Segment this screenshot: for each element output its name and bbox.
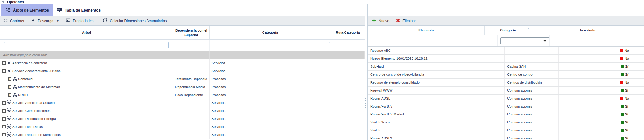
collapse-node-toggle[interactable]: − — [2, 69, 6, 73]
inserted-yes-square-icon — [621, 89, 624, 92]
expand-node-toggle[interactable]: + — [8, 77, 12, 81]
element-row[interactable]: SubHard Cabina SAN Sí — [368, 63, 644, 71]
elements-management-screen: Opciones Árbol de Elementos — [0, 0, 644, 140]
column-header-insertado[interactable]: Insertado — [531, 26, 644, 35]
inserted-no-square-icon — [620, 81, 623, 84]
dependencia-cell — [173, 123, 210, 131]
insertado-value: Sí — [625, 73, 628, 76]
categoria-filter-select[interactable] — [500, 37, 549, 44]
insertado-cell: No — [559, 55, 644, 62]
inserted-yes-square-icon — [621, 113, 624, 116]
tree-row[interactable]: + Servicio Distribución Energía Servicio… — [0, 115, 365, 123]
categoria-cell: Comunicaciones — [505, 95, 559, 102]
column-header-dependencia[interactable]: Dependencia con el Superior — [173, 26, 210, 39]
properties-button[interactable]: Propiedades — [63, 16, 97, 25]
element-row[interactable]: Router ADSL2 Comunicaciones Sí — [368, 134, 644, 140]
monitor-icon — [66, 18, 70, 24]
tree-node-label: Servicio Asesoramiento Jurídico — [12, 69, 61, 73]
element-row[interactable]: Router/Fw 877 Madrid Comunicaciones Sí — [368, 110, 644, 118]
categoria-cell: Comunicaciones — [505, 110, 559, 118]
download-button[interactable]: Descarga ▼ — [28, 16, 63, 25]
tree-node-label: Servicio Atención al Usuario — [12, 101, 55, 105]
delete-element-button[interactable]: Eliminar — [392, 16, 419, 25]
tree-node-label: Servicio Comunicaciones — [12, 109, 50, 113]
sort-ascending-icon: ▲ — [527, 27, 529, 30]
element-row[interactable]: Router ADSL Comunicaciones No — [368, 95, 644, 102]
column-header-categoria[interactable]: Categoría ▲ — [485, 26, 531, 35]
element-row[interactable]: Nuevo Elemento 16/01/2023 16:26:12 No — [368, 55, 644, 63]
column-header-elemento[interactable]: Elemento — [368, 26, 485, 35]
expand-node-toggle[interactable]: + — [2, 117, 6, 121]
tree-row[interactable]: + Servicio Comunicaciones Servicios — [0, 107, 365, 115]
collapse-all-button[interactable]: Contraer — [0, 16, 28, 25]
elemento-cell: Router ADSL — [368, 95, 505, 102]
tree-row[interactable]: + RRHH Poco Dependiente Procesos — [0, 91, 365, 99]
insertado-value: No — [625, 49, 629, 52]
element-row[interactable]: Firewall WWW Comunicaciones Sí — [368, 87, 644, 95]
categoria-filter-input[interactable] — [213, 42, 330, 48]
insertado-value: Sí — [625, 89, 628, 92]
expand-node-toggle[interactable]: + — [2, 101, 6, 105]
elemento-cell: SubHard — [368, 63, 505, 70]
tree-row[interactable]: + Servicio Help Desks Servicios — [0, 123, 365, 131]
chevron-down-icon[interactable]: ▼ — [56, 19, 59, 22]
tree-row[interactable]: + Servicio Atención al Usuario Servicios — [0, 99, 365, 107]
categoria-cell: Cabina SAN — [505, 63, 559, 70]
insertado-cell: No — [559, 79, 644, 86]
elemento-cell: Switch 3com — [368, 118, 505, 126]
insertado-filter-input[interactable] — [553, 38, 644, 44]
element-row[interactable]: Centro de control de videovigilancia Cen… — [368, 71, 644, 79]
expand-node-toggle[interactable]: + — [2, 61, 6, 65]
collapse-triangle-icon[interactable] — [2, 1, 5, 3]
expand-node-toggle[interactable]: + — [2, 109, 6, 113]
expand-node-toggle[interactable]: + — [2, 133, 6, 136]
expand-node-toggle[interactable]: + — [8, 85, 12, 89]
tree-row[interactable]: − Servicio Asesoramiento Jurídico Servic… — [0, 67, 365, 75]
insertado-cell: Sí — [559, 110, 644, 118]
categoria-cell: Servicios — [210, 59, 331, 67]
drop-root-hint-row[interactable]: Arrastrar aquí para crear raíz — [0, 51, 365, 59]
tree-table-header: Árbol Dependencia con el Superior Catego… — [0, 26, 365, 40]
sitemap-icon — [13, 93, 17, 97]
service-icon — [7, 124, 12, 129]
expand-node-toggle[interactable]: + — [2, 125, 6, 128]
categoria-cell: Comunicaciones — [505, 102, 559, 110]
element-row[interactable]: Router/Fw 877 Comunicaciones Sí — [368, 102, 644, 110]
column-header-ruta-categoria[interactable]: Ruta Categoría — [331, 26, 365, 39]
tree-row[interactable]: + Comercial Totalmente Dependie Procesos — [0, 75, 365, 83]
panel-splitter[interactable] — [366, 22, 366, 140]
calculate-dimensions-button[interactable]: Calcular Dimensiones Acumuladas — [99, 16, 170, 25]
inserted-no-square-icon — [620, 49, 623, 52]
tree-panel: Contraer Descarga ▼ — [0, 4, 365, 140]
tree-node-label: Asistencia en carretera — [12, 61, 47, 65]
insertado-cell: Sí — [559, 102, 644, 110]
arbol-filter-input[interactable] — [4, 42, 169, 48]
new-element-button[interactable]: Nuevo — [368, 16, 392, 25]
splitter-drag-handle-icon[interactable] — [365, 98, 366, 108]
element-row[interactable]: Switch 3com Comunicaciones Sí — [368, 118, 644, 126]
dependencia-cell — [173, 67, 210, 75]
options-section-header[interactable]: Opciones — [0, 0, 644, 4]
ruta-categoria-cell — [331, 99, 365, 107]
insertado-value: Sí — [625, 136, 628, 140]
expand-node-toggle[interactable]: + — [8, 93, 12, 97]
elemento-filter-input[interactable] — [371, 38, 497, 44]
plus-icon — [372, 18, 376, 24]
element-row[interactable]: Recurso de ejemplo consolidado Centros d… — [368, 79, 644, 87]
ruta-categoria-cell — [331, 107, 365, 115]
categoria-cell: Servicios — [210, 115, 331, 123]
tree-row[interactable]: + Asistencia en carretera Servicios — [0, 59, 365, 67]
column-header-arbol[interactable]: Árbol — [0, 26, 173, 39]
ruta-categoria-cell — [331, 75, 365, 83]
elemento-cell: Switch — [368, 126, 505, 134]
categoria-cell: Comunicaciones — [505, 126, 559, 134]
tree-row[interactable]: + Servicio Reparto de Mercancías Servici… — [0, 131, 365, 139]
element-row[interactable]: Recurso ABC No — [368, 47, 644, 55]
elemento-cell: Recurso ABC — [368, 47, 505, 54]
elements-toolbar: Nuevo Eliminar — [368, 16, 644, 26]
ruta-categoria-filter-input[interactable] — [333, 42, 365, 48]
element-row[interactable]: Switch Comunicaciones Sí — [368, 126, 644, 134]
tree-row[interactable]: + Mantenimiento de Sistemas Dependencia … — [0, 83, 365, 91]
drop-hint-text: Arrastrar aquí para crear raíz — [0, 53, 47, 57]
column-header-categoria[interactable]: Categoría — [210, 26, 331, 39]
